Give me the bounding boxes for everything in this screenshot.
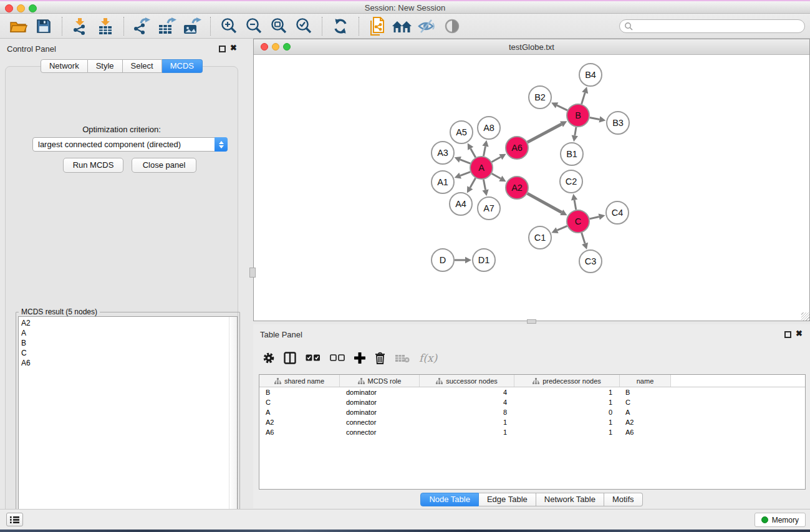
graph-edge-A-A2[interactable]	[492, 173, 501, 178]
network-canvas[interactable]: AA6A2BCA5A8A3A1A4A7B2B4B3B1C2C4C1C3DD1	[254, 55, 809, 321]
horizontal-scroll-thumb[interactable]	[527, 319, 536, 324]
search-input[interactable]	[633, 21, 804, 32]
new-network-from-selection-button[interactable]	[367, 16, 388, 36]
export-table-button[interactable]	[157, 16, 178, 36]
graph-edge-A-A4[interactable]	[470, 178, 476, 188]
memory-status-icon	[761, 516, 768, 523]
hide-panels-button[interactable]	[417, 16, 438, 36]
delete-table-button[interactable]	[395, 350, 410, 366]
export-network-button[interactable]	[132, 16, 153, 36]
list-icon	[10, 516, 19, 524]
column-header-name[interactable]: name	[620, 375, 671, 387]
list-item[interactable]: A6	[19, 358, 228, 368]
graph-edge-B-B3[interactable]	[590, 118, 600, 120]
apply-function-button[interactable]: f(x)	[419, 350, 437, 366]
graph-node-label: A3	[437, 148, 448, 158]
graph-edge-B-B1[interactable]	[575, 127, 576, 136]
tab-node-table[interactable]: Node Table	[420, 493, 479, 506]
task-history-button[interactable]	[6, 513, 23, 526]
add-row-button[interactable]	[354, 350, 365, 366]
graph-node-label: A5	[456, 127, 467, 137]
column-header-mcds-role[interactable]: MCDS role	[340, 375, 420, 387]
zoom-out-button[interactable]	[243, 16, 264, 36]
search-icon	[624, 22, 633, 31]
graph-edge-B-B4[interactable]	[582, 93, 586, 104]
graph-node-label: A8	[483, 123, 494, 133]
network-view-window: testGlobe.txt AA6A2BCA5A8A3A1A4A7B2B4B3B…	[253, 39, 810, 321]
column-header-shared-name[interactable]: shared name	[259, 375, 340, 387]
tab-style[interactable]: Style	[88, 59, 123, 73]
table-row[interactable]: C dominator 4 1 C	[259, 397, 805, 407]
tab-select[interactable]: Select	[123, 59, 162, 73]
table-row[interactable]: A2 connector 1 1 A2	[259, 417, 805, 427]
export-image-button[interactable]	[181, 16, 203, 36]
list-scrollbar[interactable]	[229, 317, 237, 524]
graph-edge-A-A6[interactable]	[492, 157, 501, 162]
graph-edge-A-A3[interactable]	[460, 160, 470, 163]
close-panel-button[interactable]: Close panel	[132, 158, 196, 173]
graph-edge-A6-B[interactable]	[528, 124, 562, 142]
resize-grip-icon[interactable]	[801, 312, 809, 321]
zoom-fit-button[interactable]	[268, 16, 289, 36]
column-header-predecessor-nodes[interactable]: predecessor nodes	[514, 375, 620, 387]
criterion-dropdown[interactable]: largest connected component (directed)	[32, 137, 228, 152]
memory-button[interactable]: Memory	[755, 513, 806, 527]
table-row[interactable]: B dominator 4 1 B	[259, 387, 805, 397]
graph-edge-A-A7[interactable]	[483, 180, 485, 190]
refresh-icon	[332, 18, 349, 34]
import-network-button[interactable]	[70, 16, 91, 36]
open-session-button[interactable]	[8, 16, 29, 36]
table-panel-title: Table Panel	[260, 330, 302, 339]
column-header-successor-nodes[interactable]: successor nodes	[420, 375, 514, 387]
deselect-all-button[interactable]	[330, 350, 345, 366]
table-row[interactable]: A6 connector 1 1 A6	[259, 427, 805, 437]
list-item[interactable]: A	[19, 328, 228, 338]
home-button[interactable]	[392, 16, 413, 36]
graph-node-label: C4	[612, 208, 624, 218]
tab-mcds[interactable]: MCDS	[162, 59, 203, 73]
list-item[interactable]: A2	[19, 318, 228, 328]
optimization-criterion-label: Optimization criterion:	[6, 125, 238, 134]
run-mcds-button[interactable]: Run MCDS	[63, 158, 123, 173]
graph-edge-C-C2[interactable]	[574, 200, 576, 210]
graph-edge-A-A1[interactable]	[460, 172, 470, 176]
control-panel-body: Optimization criterion: largest connecte…	[5, 66, 238, 532]
table-toolbar: f(x)	[263, 347, 437, 369]
column-layout-button[interactable]	[284, 350, 296, 366]
show-panel-button[interactable]	[441, 16, 463, 36]
graph-edge-C-C1[interactable]	[557, 226, 567, 230]
zoom-in-icon	[220, 17, 238, 35]
tab-network[interactable]: Network	[41, 59, 88, 73]
tab-edge-table[interactable]: Edge Table	[479, 493, 536, 506]
table-settings-button[interactable]	[263, 350, 274, 366]
arrowhead-icon	[582, 87, 588, 94]
node-table[interactable]: shared name MCDS role successor nodes pr…	[259, 374, 806, 490]
float-panel-icon[interactable]	[219, 46, 226, 52]
list-item[interactable]: C	[19, 348, 228, 358]
close-panel-icon[interactable]: ✖	[796, 329, 803, 338]
close-panel-icon[interactable]: ✖	[230, 43, 237, 52]
tab-motifs[interactable]: Motifs	[604, 493, 643, 506]
zoom-in-button[interactable]	[218, 16, 239, 36]
graph-edge-B-B2[interactable]	[557, 105, 567, 110]
vertical-scroll-thumb[interactable]	[249, 268, 256, 278]
graph-node-label: C	[575, 216, 581, 226]
graph-node-label: B1	[566, 149, 577, 159]
import-table-button[interactable]	[95, 16, 116, 36]
save-session-button[interactable]	[33, 16, 54, 36]
select-all-button[interactable]	[306, 350, 321, 366]
list-item[interactable]: B	[19, 338, 228, 348]
zoom-selected-button[interactable]	[293, 16, 314, 36]
network-window-titlebar[interactable]: testGlobe.txt	[254, 39, 809, 55]
table-row[interactable]: A dominator 8 0 A	[259, 407, 805, 417]
graph-edge-C-C4[interactable]	[590, 217, 599, 219]
delete-row-button[interactable]	[375, 350, 385, 366]
graph-edge-C-C3[interactable]	[582, 233, 585, 243]
mcds-result-list[interactable]: A2 A B C A6	[18, 316, 238, 525]
graph-edge-A-A5[interactable]	[471, 148, 476, 157]
refresh-button[interactable]	[330, 16, 351, 36]
tab-network-table[interactable]: Network Table	[536, 493, 604, 506]
graph-edge-A-A8[interactable]	[484, 146, 486, 156]
graph-edge-A2-C[interactable]	[528, 193, 562, 212]
float-panel-icon[interactable]	[784, 331, 791, 338]
